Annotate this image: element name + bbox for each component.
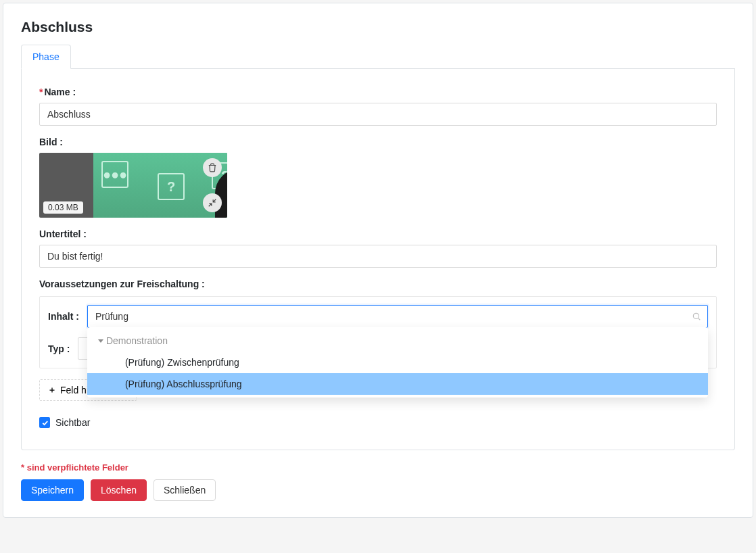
image-corner-icon[interactable]	[203, 193, 222, 212]
prereq-section: Inhalt : Demonstration (Prüfung) Zwische…	[39, 296, 717, 368]
required-note: * sind verpflichtete Felder	[21, 462, 735, 473]
inhalt-select-wrap: Demonstration (Prüfung) Zwischenprüfung …	[87, 305, 708, 328]
subtitle-input[interactable]	[39, 245, 717, 268]
visible-checkbox[interactable]	[39, 417, 50, 428]
search-icon	[692, 312, 701, 321]
tab-phase[interactable]: Phase	[21, 45, 71, 69]
check-icon	[41, 419, 49, 427]
close-button[interactable]: Schließen	[153, 479, 216, 501]
name-label: *Name :	[39, 87, 717, 97]
tab-pane-phase: *Name : Bild : ●●● ? ? 0.03 MB	[21, 69, 735, 450]
save-button[interactable]: Speichern	[21, 479, 84, 501]
dropdown-option-zwischenpruefung[interactable]: (Prüfung) Zwischenprüfung	[87, 352, 708, 373]
delete-button[interactable]: Löschen	[91, 479, 147, 501]
inhalt-dropdown: Demonstration (Prüfung) Zwischenprüfung …	[87, 327, 708, 398]
tab-bar: Phase	[21, 45, 735, 69]
dropdown-option-abschlusspruefung[interactable]: (Prüfung) Abschlussprüfung	[87, 373, 708, 395]
svg-point-0	[693, 314, 699, 319]
bild-label: Bild :	[39, 137, 717, 147]
trash-icon	[208, 163, 217, 172]
inhalt-search-input[interactable]	[87, 305, 708, 328]
plus-icon	[48, 386, 56, 394]
image-size-badge: 0.03 MB	[43, 201, 83, 214]
visible-label: Sichtbar	[55, 417, 90, 428]
image-thumbnail[interactable]: ●●● ? ? 0.03 MB	[39, 153, 227, 218]
page-title: Abschluss	[21, 18, 735, 35]
typ-label: Typ :	[48, 343, 70, 354]
dropdown-group-header[interactable]: Demonstration	[87, 330, 708, 352]
subtitle-label: Untertitel :	[39, 229, 717, 239]
caret-down-icon	[98, 339, 103, 343]
delete-image-button[interactable]	[203, 158, 222, 177]
inhalt-label: Inhalt :	[48, 311, 79, 322]
footer-buttons: Speichern Löschen Schließen	[21, 479, 735, 501]
prereq-label: Voraussetzungen zur Freischaltung :	[39, 279, 717, 289]
required-star: *	[39, 87, 43, 97]
name-input[interactable]	[39, 103, 717, 126]
collapse-icon	[208, 198, 217, 208]
